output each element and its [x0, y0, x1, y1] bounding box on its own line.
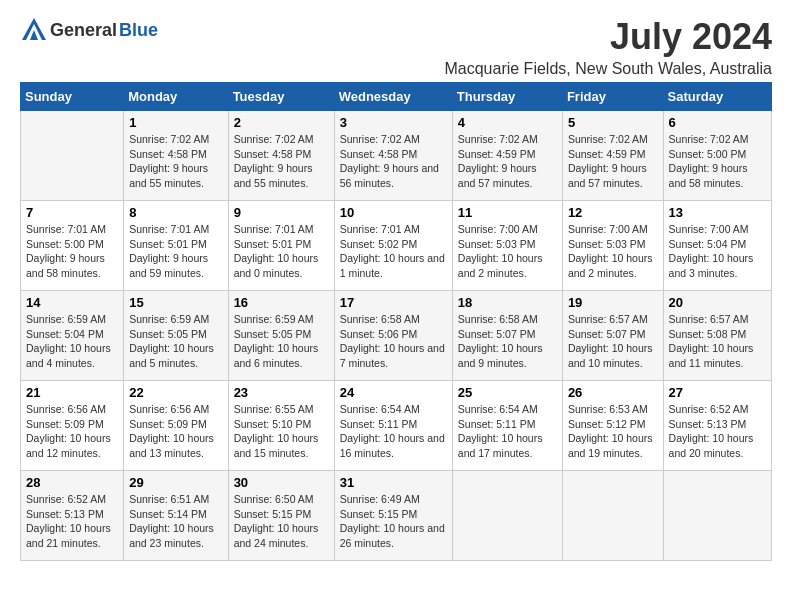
- day-cell: 30Sunrise: 6:50 AMSunset: 5:15 PMDayligh…: [228, 471, 334, 561]
- day-cell: 27Sunrise: 6:52 AMSunset: 5:13 PMDayligh…: [663, 381, 771, 471]
- day-detail: Sunrise: 7:02 AMSunset: 5:00 PMDaylight:…: [669, 132, 766, 191]
- day-cell: 17Sunrise: 6:58 AMSunset: 5:06 PMDayligh…: [334, 291, 452, 381]
- day-number: 21: [26, 385, 118, 400]
- header: General Blue July 2024 Macquarie Fields,…: [20, 16, 772, 78]
- day-detail: Sunrise: 6:59 AMSunset: 5:05 PMDaylight:…: [129, 312, 222, 371]
- day-cell: 29Sunrise: 6:51 AMSunset: 5:14 PMDayligh…: [124, 471, 228, 561]
- day-cell: 22Sunrise: 6:56 AMSunset: 5:09 PMDayligh…: [124, 381, 228, 471]
- day-detail: Sunrise: 7:02 AMSunset: 4:58 PMDaylight:…: [340, 132, 447, 191]
- day-number: 2: [234, 115, 329, 130]
- day-cell: 25Sunrise: 6:54 AMSunset: 5:11 PMDayligh…: [452, 381, 562, 471]
- day-number: 17: [340, 295, 447, 310]
- day-detail: Sunrise: 6:52 AMSunset: 5:13 PMDaylight:…: [669, 402, 766, 461]
- day-cell: 9Sunrise: 7:01 AMSunset: 5:01 PMDaylight…: [228, 201, 334, 291]
- day-detail: Sunrise: 7:01 AMSunset: 5:01 PMDaylight:…: [234, 222, 329, 281]
- day-detail: Sunrise: 7:02 AMSunset: 4:58 PMDaylight:…: [129, 132, 222, 191]
- day-detail: Sunrise: 6:58 AMSunset: 5:07 PMDaylight:…: [458, 312, 557, 371]
- day-cell: 5Sunrise: 7:02 AMSunset: 4:59 PMDaylight…: [562, 111, 663, 201]
- day-cell: 26Sunrise: 6:53 AMSunset: 5:12 PMDayligh…: [562, 381, 663, 471]
- day-cell: 2Sunrise: 7:02 AMSunset: 4:58 PMDaylight…: [228, 111, 334, 201]
- day-detail: Sunrise: 6:57 AMSunset: 5:07 PMDaylight:…: [568, 312, 658, 371]
- header-cell-sunday: Sunday: [21, 83, 124, 111]
- logo-general: General: [50, 20, 117, 41]
- day-detail: Sunrise: 6:54 AMSunset: 5:11 PMDaylight:…: [340, 402, 447, 461]
- day-number: 25: [458, 385, 557, 400]
- subtitle: Macquarie Fields, New South Wales, Austr…: [444, 60, 772, 78]
- day-cell: 12Sunrise: 7:00 AMSunset: 5:03 PMDayligh…: [562, 201, 663, 291]
- day-number: 8: [129, 205, 222, 220]
- day-detail: Sunrise: 6:56 AMSunset: 5:09 PMDaylight:…: [26, 402, 118, 461]
- day-number: 5: [568, 115, 658, 130]
- header-cell-saturday: Saturday: [663, 83, 771, 111]
- day-cell: 4Sunrise: 7:02 AMSunset: 4:59 PMDaylight…: [452, 111, 562, 201]
- day-number: 19: [568, 295, 658, 310]
- day-detail: Sunrise: 6:56 AMSunset: 5:09 PMDaylight:…: [129, 402, 222, 461]
- day-cell: 10Sunrise: 7:01 AMSunset: 5:02 PMDayligh…: [334, 201, 452, 291]
- day-cell: 31Sunrise: 6:49 AMSunset: 5:15 PMDayligh…: [334, 471, 452, 561]
- week-row-2: 7Sunrise: 7:01 AMSunset: 5:00 PMDaylight…: [21, 201, 772, 291]
- day-detail: Sunrise: 7:00 AMSunset: 5:04 PMDaylight:…: [669, 222, 766, 281]
- day-number: 4: [458, 115, 557, 130]
- day-detail: Sunrise: 7:02 AMSunset: 4:59 PMDaylight:…: [458, 132, 557, 191]
- header-cell-thursday: Thursday: [452, 83, 562, 111]
- day-detail: Sunrise: 6:59 AMSunset: 5:05 PMDaylight:…: [234, 312, 329, 371]
- day-number: 30: [234, 475, 329, 490]
- day-number: 12: [568, 205, 658, 220]
- day-number: 23: [234, 385, 329, 400]
- day-number: 9: [234, 205, 329, 220]
- day-number: 3: [340, 115, 447, 130]
- day-number: 28: [26, 475, 118, 490]
- main-title: July 2024: [444, 16, 772, 58]
- week-row-5: 28Sunrise: 6:52 AMSunset: 5:13 PMDayligh…: [21, 471, 772, 561]
- day-number: 6: [669, 115, 766, 130]
- logo-icon: [20, 16, 48, 44]
- logo: General Blue: [20, 16, 158, 44]
- day-cell: 21Sunrise: 6:56 AMSunset: 5:09 PMDayligh…: [21, 381, 124, 471]
- day-cell: [452, 471, 562, 561]
- day-detail: Sunrise: 7:01 AMSunset: 5:00 PMDaylight:…: [26, 222, 118, 281]
- day-cell: 13Sunrise: 7:00 AMSunset: 5:04 PMDayligh…: [663, 201, 771, 291]
- day-number: 18: [458, 295, 557, 310]
- day-cell: 7Sunrise: 7:01 AMSunset: 5:00 PMDaylight…: [21, 201, 124, 291]
- day-cell: 28Sunrise: 6:52 AMSunset: 5:13 PMDayligh…: [21, 471, 124, 561]
- title-area: July 2024 Macquarie Fields, New South Wa…: [444, 16, 772, 78]
- header-cell-tuesday: Tuesday: [228, 83, 334, 111]
- day-cell: 20Sunrise: 6:57 AMSunset: 5:08 PMDayligh…: [663, 291, 771, 381]
- calendar-table: SundayMondayTuesdayWednesdayThursdayFrid…: [20, 82, 772, 561]
- day-cell: [21, 111, 124, 201]
- day-number: 16: [234, 295, 329, 310]
- day-cell: 6Sunrise: 7:02 AMSunset: 5:00 PMDaylight…: [663, 111, 771, 201]
- logo-blue: Blue: [119, 20, 158, 41]
- day-number: 31: [340, 475, 447, 490]
- day-cell: 24Sunrise: 6:54 AMSunset: 5:11 PMDayligh…: [334, 381, 452, 471]
- day-detail: Sunrise: 7:00 AMSunset: 5:03 PMDaylight:…: [458, 222, 557, 281]
- header-cell-monday: Monday: [124, 83, 228, 111]
- header-row: SundayMondayTuesdayWednesdayThursdayFrid…: [21, 83, 772, 111]
- day-detail: Sunrise: 7:01 AMSunset: 5:02 PMDaylight:…: [340, 222, 447, 281]
- week-row-4: 21Sunrise: 6:56 AMSunset: 5:09 PMDayligh…: [21, 381, 772, 471]
- day-cell: 1Sunrise: 7:02 AMSunset: 4:58 PMDaylight…: [124, 111, 228, 201]
- header-cell-friday: Friday: [562, 83, 663, 111]
- day-detail: Sunrise: 7:02 AMSunset: 4:58 PMDaylight:…: [234, 132, 329, 191]
- day-cell: [562, 471, 663, 561]
- day-cell: 8Sunrise: 7:01 AMSunset: 5:01 PMDaylight…: [124, 201, 228, 291]
- day-detail: Sunrise: 6:55 AMSunset: 5:10 PMDaylight:…: [234, 402, 329, 461]
- day-cell: 18Sunrise: 6:58 AMSunset: 5:07 PMDayligh…: [452, 291, 562, 381]
- week-row-3: 14Sunrise: 6:59 AMSunset: 5:04 PMDayligh…: [21, 291, 772, 381]
- header-cell-wednesday: Wednesday: [334, 83, 452, 111]
- day-detail: Sunrise: 7:00 AMSunset: 5:03 PMDaylight:…: [568, 222, 658, 281]
- day-number: 10: [340, 205, 447, 220]
- day-detail: Sunrise: 6:54 AMSunset: 5:11 PMDaylight:…: [458, 402, 557, 461]
- day-detail: Sunrise: 6:57 AMSunset: 5:08 PMDaylight:…: [669, 312, 766, 371]
- day-cell: 16Sunrise: 6:59 AMSunset: 5:05 PMDayligh…: [228, 291, 334, 381]
- day-cell: 11Sunrise: 7:00 AMSunset: 5:03 PMDayligh…: [452, 201, 562, 291]
- day-cell: 23Sunrise: 6:55 AMSunset: 5:10 PMDayligh…: [228, 381, 334, 471]
- day-detail: Sunrise: 6:49 AMSunset: 5:15 PMDaylight:…: [340, 492, 447, 551]
- day-detail: Sunrise: 7:01 AMSunset: 5:01 PMDaylight:…: [129, 222, 222, 281]
- day-detail: Sunrise: 6:52 AMSunset: 5:13 PMDaylight:…: [26, 492, 118, 551]
- week-row-1: 1Sunrise: 7:02 AMSunset: 4:58 PMDaylight…: [21, 111, 772, 201]
- day-cell: [663, 471, 771, 561]
- day-number: 29: [129, 475, 222, 490]
- day-number: 7: [26, 205, 118, 220]
- day-cell: 3Sunrise: 7:02 AMSunset: 4:58 PMDaylight…: [334, 111, 452, 201]
